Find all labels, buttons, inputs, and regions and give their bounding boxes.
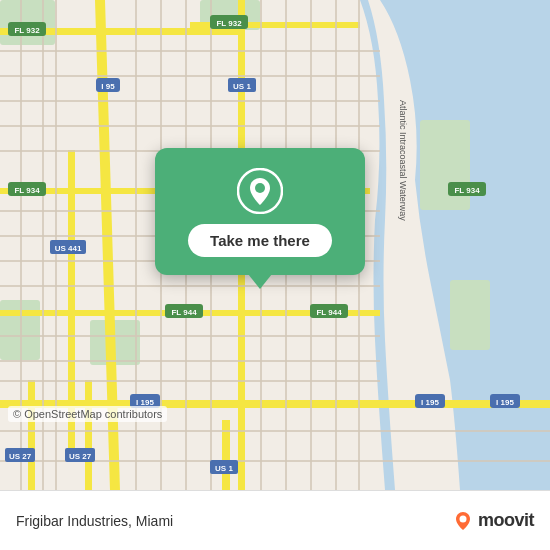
svg-text:US 27: US 27 <box>69 452 92 461</box>
take-me-there-button[interactable]: Take me there <box>188 224 332 257</box>
svg-text:Atlantic Intracoastal Waterway: Atlantic Intracoastal Waterway <box>398 100 408 221</box>
svg-rect-13 <box>68 150 75 450</box>
svg-text:I 195: I 195 <box>496 398 514 407</box>
svg-rect-39 <box>0 335 380 337</box>
moovit-logo: moovit <box>452 510 534 532</box>
svg-rect-32 <box>0 100 380 102</box>
svg-rect-33 <box>0 125 380 127</box>
svg-rect-40 <box>0 360 380 362</box>
location-pin-icon <box>237 168 283 214</box>
svg-rect-30 <box>0 50 380 52</box>
svg-text:FL 944: FL 944 <box>316 308 342 317</box>
svg-text:US 441: US 441 <box>55 244 82 253</box>
svg-rect-5 <box>420 120 470 210</box>
svg-text:FL 934: FL 934 <box>454 186 480 195</box>
svg-rect-14 <box>28 380 35 490</box>
svg-text:FL 932: FL 932 <box>216 19 242 28</box>
svg-text:US 27: US 27 <box>9 452 32 461</box>
svg-point-77 <box>459 515 466 522</box>
svg-text:US 1: US 1 <box>233 82 251 91</box>
svg-text:US 1: US 1 <box>215 464 233 473</box>
svg-rect-42 <box>0 430 550 432</box>
svg-text:FL 944: FL 944 <box>171 308 197 317</box>
svg-text:I 95: I 95 <box>101 82 115 91</box>
svg-rect-38 <box>0 285 380 287</box>
bottom-bar: Frigibar Industries, Miami moovit <box>0 490 550 550</box>
svg-rect-6 <box>450 280 490 350</box>
svg-rect-31 <box>0 75 380 77</box>
svg-point-76 <box>255 183 265 193</box>
svg-text:FL 932: FL 932 <box>14 26 40 35</box>
moovit-pin-icon <box>452 510 474 532</box>
popup-card: Take me there <box>155 148 365 275</box>
svg-text:FL 934: FL 934 <box>14 186 40 195</box>
svg-rect-15 <box>85 380 92 490</box>
map-container: FL 932 FL 932 I 95 US 1 FL 934 FL 934 FL… <box>0 0 550 490</box>
svg-text:I 195: I 195 <box>421 398 439 407</box>
moovit-brand-text: moovit <box>478 510 534 531</box>
svg-rect-41 <box>0 380 380 382</box>
location-label: Frigibar Industries, Miami <box>16 513 173 529</box>
map-attribution: © OpenStreetMap contributors <box>8 406 167 422</box>
